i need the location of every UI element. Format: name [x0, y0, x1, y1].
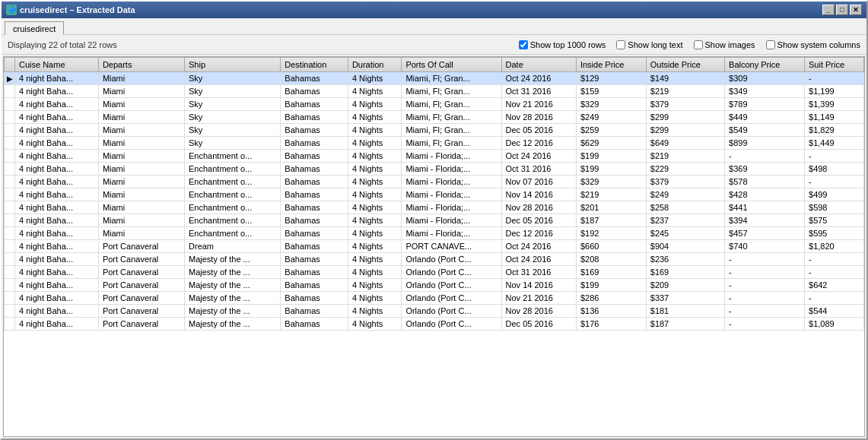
cruisedirect-tab[interactable]: cruisedirect [5, 21, 64, 35]
row-indicator [5, 188, 15, 201]
cell-date: Nov 14 2016 [501, 279, 576, 292]
cell-duration: 4 Nights [348, 98, 402, 111]
show-top-1000-checkbox[interactable] [519, 40, 528, 49]
cell-destination: Bahamas [281, 137, 348, 150]
title-bar: 🔷 cruisedirect – Extracted Data _ □ ✕ [2, 2, 866, 18]
show-images-checkbox[interactable] [694, 40, 703, 49]
col-header-cuise-name[interactable]: Cuise Name [15, 58, 99, 72]
cell-suit-price: $1,449 [805, 137, 864, 150]
show-long-text-option[interactable]: Show long text [616, 40, 682, 49]
cell-inside-price: $192 [576, 227, 646, 240]
cell-duration: 4 Nights [348, 111, 402, 124]
cell-date: Dec 05 2016 [501, 318, 576, 331]
cell-destination: Bahamas [281, 318, 348, 331]
cell-ship: Sky [185, 124, 281, 137]
cell-duration: 4 Nights [348, 266, 402, 279]
table-row[interactable]: 4 night Baha... Port Canaveral Majesty o… [5, 292, 864, 305]
cell-balcony-price: $899 [725, 137, 805, 150]
table-row[interactable]: 4 night Baha... Port Canaveral Majesty o… [5, 305, 864, 318]
cell-destination: Bahamas [281, 214, 348, 227]
cell-suit-price: $1,199 [805, 85, 864, 98]
table-row[interactable]: 4 night Baha... Port Canaveral Dream Bah… [5, 240, 864, 253]
cell-date: Nov 14 2016 [501, 188, 576, 201]
row-indicator [5, 214, 15, 227]
cell-outside-price: $258 [646, 201, 724, 214]
cell-ship: Dream [185, 240, 281, 253]
cell-ship: Sky [185, 85, 281, 98]
cell-duration: 4 Nights [348, 279, 402, 292]
cell-outside-price: $245 [646, 227, 724, 240]
table-row[interactable]: 4 night Baha... Port Canaveral Majesty o… [5, 279, 864, 292]
cell-destination: Bahamas [281, 279, 348, 292]
table-row[interactable]: 4 night Baha... Miami Enchantment o... B… [5, 214, 864, 227]
col-header-outside-price[interactable]: Outside Price [646, 58, 724, 72]
row-indicator [5, 150, 15, 163]
show-images-option[interactable]: Show images [694, 40, 755, 49]
cell-destination: Bahamas [281, 111, 348, 124]
cell-ship: Sky [185, 137, 281, 150]
table-row[interactable]: ▶ 4 night Baha... Miami Sky Bahamas 4 Ni… [5, 72, 864, 85]
cell-balcony-price: $369 [725, 163, 805, 176]
cell-duration: 4 Nights [348, 163, 402, 176]
cell-outside-price: $299 [646, 111, 724, 124]
show-system-columns-option[interactable]: Show system columns [766, 40, 860, 49]
toolbar: Displaying 22 of total 22 rows Show top … [2, 35, 866, 55]
show-long-text-checkbox[interactable] [616, 40, 625, 49]
col-header-departs[interactable]: Departs [98, 58, 184, 72]
cell-suit-price: $1,149 [805, 111, 864, 124]
cell-outside-price: $236 [646, 253, 724, 266]
table-row[interactable]: 4 night Baha... Port Canaveral Majesty o… [5, 266, 864, 279]
row-indicator [5, 227, 15, 240]
cell-balcony-price: $449 [725, 111, 805, 124]
cell-ports-of-call: Miami - Florida;... [402, 214, 501, 227]
cell-balcony-price: $457 [725, 227, 805, 240]
cell-duration: 4 Nights [348, 292, 402, 305]
col-header-destination[interactable]: Destination [281, 58, 348, 72]
window-title: cruisedirect – Extracted Data [20, 5, 135, 14]
cell-duration: 4 Nights [348, 227, 402, 240]
table-row[interactable]: 4 night Baha... Miami Enchantment o... B… [5, 176, 864, 188]
table-row[interactable]: 4 night Baha... Miami Sky Bahamas 4 Nigh… [5, 124, 864, 137]
close-button[interactable]: ✕ [850, 5, 862, 15]
col-header-suit-price[interactable]: Suit Price [805, 58, 864, 72]
table-row[interactable]: 4 night Baha... Miami Enchantment o... B… [5, 188, 864, 201]
app-icon: 🔷 [6, 5, 17, 15]
cell-outside-price: $249 [646, 188, 724, 201]
table-row[interactable]: 4 night Baha... Port Canaveral Majesty o… [5, 253, 864, 266]
cell-date: Oct 24 2016 [501, 253, 576, 266]
col-header-date[interactable]: Date [501, 58, 576, 72]
cell-outside-price: $219 [646, 85, 724, 98]
row-indicator [5, 292, 15, 305]
cell-outside-price: $904 [646, 240, 724, 253]
col-header-duration[interactable]: Duration [348, 58, 402, 72]
show-system-columns-checkbox[interactable] [766, 40, 775, 49]
table-row[interactable]: 4 night Baha... Miami Enchantment o... B… [5, 150, 864, 163]
cell-departs: Miami [98, 188, 184, 201]
col-header-ports-of-call[interactable]: Ports Of Call [402, 58, 501, 72]
cell-inside-price: $219 [576, 188, 646, 201]
col-header-balcony-price[interactable]: Balcony Price [725, 58, 805, 72]
table-row[interactable]: 4 night Baha... Miami Sky Bahamas 4 Nigh… [5, 85, 864, 98]
table-row[interactable]: 4 night Baha... Miami Sky Bahamas 4 Nigh… [5, 137, 864, 150]
main-window: 🔷 cruisedirect – Extracted Data _ □ ✕ cr… [0, 0, 868, 440]
cell-departs: Port Canaveral [98, 279, 184, 292]
table-row[interactable]: 4 night Baha... Port Canaveral Majesty o… [5, 318, 864, 331]
cell-departs: Miami [98, 72, 184, 85]
table-row[interactable]: 4 night Baha... Miami Sky Bahamas 4 Nigh… [5, 98, 864, 111]
show-top-1000-option[interactable]: Show top 1000 rows [519, 40, 606, 49]
cell-outside-price: $337 [646, 292, 724, 305]
col-header-ship[interactable]: Ship [185, 58, 281, 72]
cell-ship: Majesty of the ... [185, 266, 281, 279]
title-bar-controls: _ □ ✕ [822, 5, 862, 15]
cell-date: Nov 21 2016 [501, 292, 576, 305]
table-header-row: Cuise Name Departs Ship Destination Dura… [5, 58, 864, 72]
minimize-button[interactable]: _ [822, 5, 835, 15]
data-table-container[interactable]: Cuise Name Departs Ship Destination Dura… [3, 56, 865, 437]
table-row[interactable]: 4 night Baha... Miami Enchantment o... B… [5, 201, 864, 214]
table-row[interactable]: 4 night Baha... Miami Enchantment o... B… [5, 163, 864, 176]
cell-departs: Miami [98, 227, 184, 240]
table-row[interactable]: 4 night Baha... Miami Sky Bahamas 4 Nigh… [5, 111, 864, 124]
maximize-button[interactable]: □ [836, 5, 848, 15]
col-header-inside-price[interactable]: Inside Price [576, 58, 646, 72]
table-row[interactable]: 4 night Baha... Miami Enchantment o... B… [5, 227, 864, 240]
